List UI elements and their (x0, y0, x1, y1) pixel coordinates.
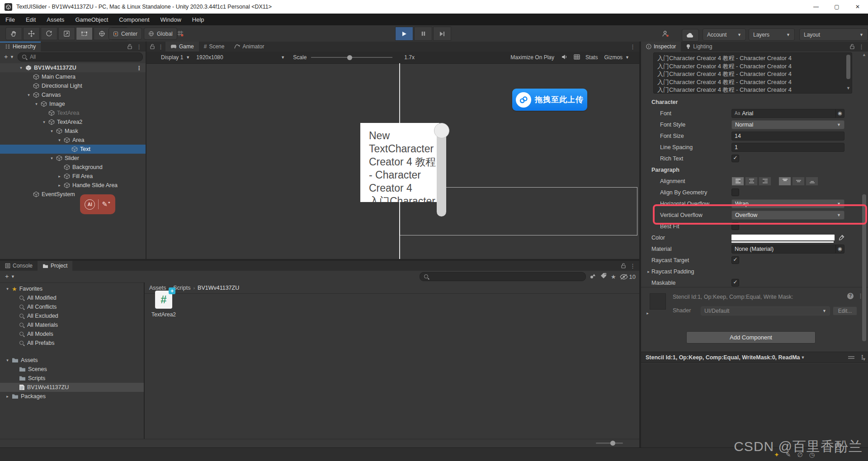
cloud-button[interactable] (682, 29, 699, 42)
favorites-item[interactable]: All Modified (0, 293, 144, 302)
assets-item[interactable]: Scenes (0, 365, 144, 374)
drag-handle-icon[interactable] (848, 354, 855, 361)
progress-clock-icon[interactable]: ◷ (809, 451, 815, 458)
ui-slider-handle-bar[interactable] (437, 128, 446, 216)
scale-slider[interactable] (311, 57, 392, 58)
ai-tools-overlay[interactable]: AI ✎✦ (80, 194, 115, 214)
favorites-item[interactable]: All Models (0, 329, 144, 339)
create-asset-button[interactable]: ＋▼ (4, 273, 15, 281)
best-fit-checkbox[interactable] (731, 222, 739, 230)
step-button[interactable] (433, 27, 451, 41)
collab-icon[interactable] (661, 30, 670, 39)
scene-context-menu-icon[interactable]: ⋮ (137, 65, 146, 71)
align-left-button[interactable] (731, 177, 744, 186)
tab-console[interactable]: Console (0, 261, 38, 271)
tab-project[interactable]: Project (38, 261, 72, 271)
text-value-field[interactable]: ▼ 入门Character Creator 4 教程 - Character C… (653, 52, 852, 94)
assets-item[interactable]: ▾Assets (0, 356, 144, 365)
edit-shader-button[interactable]: Edit... (833, 306, 857, 315)
maximize-button[interactable]: ▢ (826, 0, 847, 14)
tab-game[interactable]: Game (165, 42, 199, 52)
disabled-brush-icon[interactable]: ∅ (797, 451, 803, 458)
font-style-dropdown[interactable]: Normal▼ (731, 120, 844, 129)
panel-menu-icon[interactable]: ⋮ (859, 43, 864, 50)
ai-icon[interactable]: AI (85, 199, 95, 210)
hierarchy-item[interactable]: ▾Canvas (0, 90, 146, 99)
hierarchy-item[interactable]: ▾Mask (0, 127, 146, 136)
chevron-right-icon[interactable]: ▸ (645, 311, 651, 315)
hierarchy-item[interactable]: EventSystem (0, 190, 146, 199)
breadcrumb-segment[interactable]: Assets (149, 285, 166, 291)
field-scrollbar-thumb[interactable] (846, 55, 850, 79)
panel-menu-icon[interactable]: ⋮ (630, 263, 636, 269)
thumbnail-zoom-knob[interactable] (610, 441, 615, 446)
menu-file[interactable]: File (0, 14, 20, 25)
rich-text-checkbox[interactable]: ✓ (731, 155, 739, 162)
layers-dropdown[interactable]: Layers▼ (749, 28, 795, 41)
maskable-checkbox[interactable]: ✓ (731, 279, 739, 287)
hierarchy-item[interactable]: TextArea (0, 108, 146, 118)
hierarchy-item[interactable]: ▾Slider (0, 154, 146, 163)
lock-icon[interactable] (621, 263, 626, 268)
breadcrumb-segment[interactable]: Scripts (173, 285, 190, 291)
hierarchy-item[interactable]: Directional Light (0, 81, 146, 90)
chevron-down-icon[interactable]: ▾ (41, 120, 47, 124)
search-by-label-icon[interactable] (600, 273, 607, 281)
align-by-geometry-checkbox[interactable] (731, 188, 739, 196)
raycast-target-checkbox[interactable]: ✓ (731, 256, 739, 264)
grid-snap-icon[interactable] (176, 29, 184, 39)
chevron-right-icon[interactable]: ▸ (646, 269, 651, 274)
rect-tool-icon[interactable] (76, 27, 93, 40)
material-object-field[interactable]: None (Material) ◉ (731, 245, 844, 254)
edit-pencil-icon[interactable]: ✎✦ (102, 200, 110, 208)
account-dropdown[interactable]: Account▼ (703, 28, 746, 41)
chevron-down-icon[interactable]: ▾ (49, 129, 55, 133)
object-picker-icon[interactable]: ◉ (835, 245, 844, 253)
menu-assets[interactable]: Assets (41, 14, 70, 25)
chevron-right-icon[interactable]: ▸ (5, 394, 10, 399)
scale-tool-icon[interactable] (58, 27, 75, 40)
chevron-down-icon[interactable]: ▾ (49, 156, 55, 160)
shader-dropdown[interactable]: UI/Default▼ (701, 306, 830, 315)
display-dropdown[interactable]: Display 1▼ (161, 54, 190, 61)
chevron-down-icon[interactable]: ▾ (57, 138, 62, 142)
saved-search-star-icon[interactable]: ★ (611, 273, 616, 280)
hierarchy-item[interactable]: Background (0, 163, 146, 172)
tab-inspector[interactable]: Inspector (641, 42, 681, 52)
chevron-down-icon[interactable]: ▾ (33, 102, 39, 106)
add-component-button[interactable]: Add Component (686, 331, 816, 343)
pen-icon[interactable]: ✎ (786, 451, 791, 458)
align-bottom-button[interactable] (806, 177, 818, 186)
vsync-grid-icon[interactable] (574, 54, 580, 61)
panel-menu-icon[interactable]: ⋮ (158, 43, 164, 50)
menu-window[interactable]: Window (155, 14, 187, 25)
tab-hierarchy[interactable]: Hierarchy (0, 42, 41, 52)
gizmos-dropdown[interactable]: Gizmos▼ (604, 54, 629, 61)
favorites-item[interactable]: All Excluded (0, 311, 144, 320)
scale-slider-thumb[interactable] (347, 55, 352, 60)
align-top-button[interactable] (778, 177, 791, 186)
object-picker-icon[interactable]: ◉ (835, 109, 844, 118)
maximize-on-play-button[interactable]: Maximize On Play (510, 54, 554, 61)
chevron-down-icon[interactable]: ▾ (18, 66, 24, 70)
panel-menu-icon[interactable]: ⋮ (630, 43, 636, 50)
font-size-input[interactable]: 14 (731, 132, 844, 141)
panel-menu-icon[interactable]: ⋮ (136, 43, 142, 50)
game-viewport[interactable]: 拖拽至此上传 NewTextCharacterCreator 4 教程- Cha… (146, 63, 639, 259)
horizontal-overflow-dropdown[interactable]: Wrap▼ (731, 199, 844, 208)
vertical-overflow-dropdown[interactable]: Overflow▼ (731, 211, 844, 220)
lock-icon[interactable] (850, 44, 854, 49)
menu-gameobject[interactable]: GameObject (70, 14, 113, 25)
debug-bug-icon[interactable]: ✦ (774, 451, 779, 458)
align-middle-button[interactable] (792, 177, 805, 186)
hierarchy-item[interactable]: ▸Fill Area (0, 172, 146, 181)
layout-dropdown[interactable]: Layout▼ (799, 28, 868, 41)
hierarchy-item[interactable]: Text (0, 145, 146, 154)
hierarchy-item[interactable]: ▾BV1Wv41137ZU⋮ (0, 63, 146, 72)
chevron-down-icon[interactable]: ▾ (26, 93, 32, 97)
menu-edit[interactable]: Edit (20, 14, 41, 25)
assets-item[interactable]: Scripts (0, 374, 144, 383)
align-center-button[interactable] (745, 177, 758, 186)
pause-button[interactable] (414, 27, 432, 41)
transform-tool-icon[interactable] (94, 27, 110, 40)
